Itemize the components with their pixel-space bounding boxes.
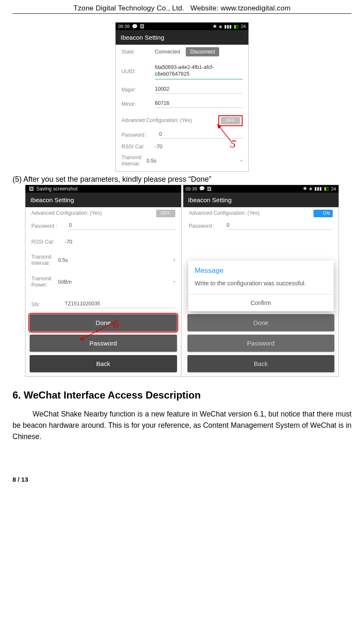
password-input[interactable]: 0 (227, 222, 333, 230)
saving-banner: 🖼 Saving screenshot (25, 185, 181, 193)
app-title: Ibeacon Setting (116, 30, 248, 45)
password-input[interactable]: 0 (69, 222, 175, 230)
chat-icon: 💬 (199, 186, 205, 191)
advanced-config-label: Advanced Configuration: (Yes) (31, 210, 102, 216)
uuid-input[interactable]: fda50693-a4e2-4fb1-afcf-c6eb07647825 (155, 64, 243, 79)
wifi-icon: ◈ (309, 186, 312, 191)
screenshot-pair: 🖼 Saving screenshot Ibeacon Setting Adva… (25, 185, 339, 377)
state-label: State: (121, 49, 155, 55)
company-name: Tzone Digital Technology Co., Ltd. (73, 4, 184, 12)
dropdown-icon[interactable]: ▾ (240, 158, 243, 163)
clock: 09:39 (186, 186, 197, 191)
advanced-config-label: Advanced Configuration: (Yes) (121, 117, 192, 124)
battery-icon: ▮▯ (234, 24, 239, 29)
major-label: Major: (121, 87, 155, 93)
rssi-label: RSSI Cal: (121, 144, 155, 150)
rssi-label: RSSI Cal: (31, 239, 65, 245)
bluetooth-icon: ✱ (303, 186, 307, 191)
screenshot-ibeacon-done: 🖼 Saving screenshot Ibeacon Setting Adva… (25, 185, 182, 376)
status-bar: 09:38 💬 🖼 ✱ ◈ ▮▮▮ ▮▯ 24 (116, 23, 248, 30)
app-title: Ibeacon Setting (25, 193, 181, 207)
dropdown-icon[interactable]: ▾ (173, 258, 175, 262)
battery-icon: ▮▯ (324, 186, 329, 191)
rssi-value: -70 (65, 239, 175, 245)
back-button[interactable]: Back (30, 355, 177, 372)
success-dialog: Message Write to the configuration was s… (188, 261, 334, 311)
document-header: Tzone Digital Technology Co., Ltd. Websi… (13, 4, 351, 14)
page-footer: 8 / 13 (13, 476, 351, 483)
dialog-title: Message (188, 261, 334, 277)
website-url: www.tzonedigital.com (221, 4, 291, 12)
dialog-message: Write to the configuration was successfu… (188, 277, 334, 295)
advanced-config-label: Advanced Configuration: (Yes) (189, 210, 260, 216)
image-icon: 🖼 (29, 186, 34, 192)
status-bar: 09:39 💬 🖼 ✱ ◈ ▮▮▮ ▮▯ 24 (183, 185, 339, 193)
advanced-toggle[interactable]: OFF (156, 210, 175, 217)
password-button[interactable]: Password (30, 335, 177, 352)
dropdown-icon[interactable]: ▾ (173, 279, 175, 284)
disconnect-button[interactable]: Disconnect (186, 47, 219, 56)
image-icon: 🖼 (140, 24, 144, 29)
battery-pct: 24 (241, 24, 246, 29)
screenshot-ibeacon-success: 09:39 💬 🖼 ✱ ◈ ▮▮▮ ▮▯ 24 Ibeacon Setting … (183, 185, 339, 376)
section-6-body: WeChat Shake Nearby function is a new fe… (13, 409, 351, 442)
dialog-confirm-button[interactable]: Confirm (188, 295, 334, 311)
website-label: Website: (190, 4, 220, 12)
minor-label: Minor: (121, 101, 155, 107)
section-6-heading: 6. WeChat Interface Access Description (13, 389, 351, 401)
done-button[interactable]: Done (187, 314, 335, 331)
password-input[interactable]: 0 (159, 131, 243, 139)
done-button[interactable]: Done (30, 314, 177, 331)
battery-pct: 24 (331, 186, 336, 191)
tx-interval-value[interactable]: 0.5s (58, 257, 173, 263)
chat-icon: 💬 (132, 24, 138, 29)
image-icon: 🖼 (207, 186, 212, 191)
advanced-toggle[interactable]: ON (313, 210, 333, 217)
tx-interval-label: Transmit Interval: (121, 155, 147, 167)
password-label: Password : (121, 132, 159, 138)
password-label: Password : (189, 223, 227, 229)
tx-power-label: Transmit Power: (31, 276, 58, 288)
back-button[interactable]: Back (187, 355, 335, 372)
uuid-label: UUID: (121, 69, 155, 74)
advanced-toggle[interactable]: OFF (221, 117, 240, 124)
minor-input[interactable]: 60716 (155, 100, 243, 108)
sn-label: SN: (31, 302, 65, 307)
password-button[interactable]: Password (187, 335, 335, 352)
major-input[interactable]: 10002 (155, 86, 243, 94)
app-title: Ibeacon Setting (183, 193, 339, 207)
signal-icon: ▮▮▮ (224, 24, 232, 29)
annotation-box-5: OFF (218, 115, 243, 126)
clock: 09:38 (118, 24, 130, 29)
screenshot-ibeacon-top: 09:38 💬 🖼 ✱ ◈ ▮▮▮ ▮▯ 24 Ibeacon Setting … (115, 22, 249, 172)
bluetooth-icon: ✱ (213, 24, 217, 29)
wifi-icon: ◈ (219, 24, 222, 29)
tx-interval-label: Transmit Interval: (31, 254, 58, 267)
signal-icon: ▮▮▮ (314, 186, 322, 191)
total-pages: 13 (21, 476, 28, 483)
caption-step-5: (5) After you set the parameters, kindly… (13, 175, 351, 184)
state-value: Connected (155, 49, 180, 55)
sn-value: TZ1511020035 (65, 301, 175, 308)
tx-power-value[interactable]: 0dBm (58, 279, 173, 285)
annotation-6: 6 (113, 317, 119, 331)
tx-interval-value[interactable]: 0.5s (147, 158, 240, 164)
password-label: Password : (31, 223, 69, 229)
